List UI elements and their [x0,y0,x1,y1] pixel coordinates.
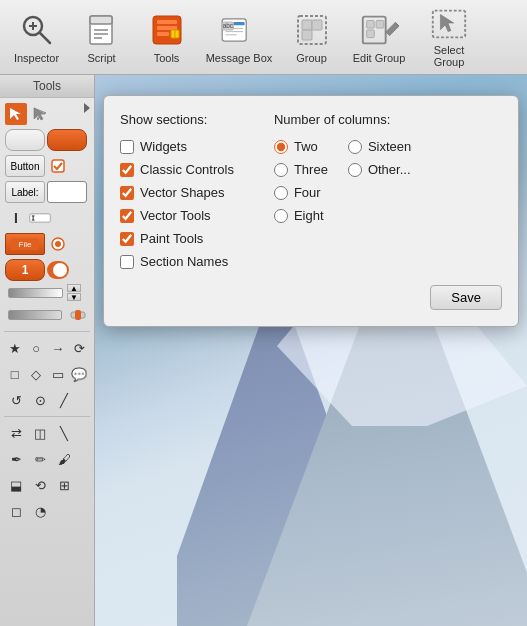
toggle-switch[interactable] [47,261,69,279]
classic-label: Classic Controls [140,162,234,177]
panel-expand-arrow[interactable] [84,103,90,113]
svg-rect-28 [376,20,384,28]
star-tool[interactable]: ★ [5,337,25,359]
tool-row-shapes2: □ ◇ ▭ 💬 [4,362,90,386]
round-tool[interactable]: ◔ [29,500,51,522]
orange-button-tool[interactable] [47,129,87,151]
pen-tool[interactable]: ✒ [5,448,27,470]
two-label: Two [294,139,318,154]
vector-shapes-row: Vector Shapes [120,185,234,200]
radio-tool[interactable] [47,233,69,255]
rect-tool[interactable]: □ [5,363,25,385]
widgets-row: Widgets [120,139,234,154]
speech-tool[interactable]: 💬 [70,363,90,385]
checkbox-tool[interactable] [47,155,69,177]
pencil-tool[interactable]: ✏ [29,448,51,470]
diamond-tool[interactable]: ◇ [27,363,47,385]
button-tool[interactable]: Button [5,155,45,177]
tool-row-edit3: ⬓ ⟲ ⊞ [4,473,90,497]
svg-line-1 [40,33,50,43]
classic-checkbox[interactable] [120,163,134,177]
white-button-tool[interactable] [5,129,45,151]
hslider-tool[interactable] [8,310,62,320]
tool-row-arrows [4,102,90,126]
two-radio[interactable] [274,140,288,154]
arrow-right-tool[interactable]: → [48,337,68,359]
columns-right: Sixteen Other... [348,139,411,223]
group-label: Group [296,52,327,64]
text-field-tool[interactable] [29,207,51,229]
dialog-footer: Save [120,285,502,310]
grid-tool[interactable]: ⊞ [53,474,75,496]
tools-divider [4,331,90,332]
toolbar-editgroup[interactable]: Edit Group [344,2,414,72]
eight-row: Eight [274,208,328,223]
arrow-curves-tool[interactable]: ⟳ [70,337,90,359]
other-radio[interactable] [348,163,362,177]
line2-tool[interactable]: ╲ [53,422,75,444]
toggle-tool[interactable] [47,259,69,281]
tool-row-file: File [4,232,90,256]
four-radio[interactable] [274,186,288,200]
paint-tool[interactable]: 🖌 [53,448,75,470]
stepper-up[interactable]: ▲ [67,284,81,292]
label-tool[interactable]: Label: [5,181,45,203]
svg-marker-32 [440,14,453,31]
input-tool[interactable] [47,181,87,203]
show-sections-title: Show sections: [120,112,234,127]
section-names-checkbox[interactable] [120,255,134,269]
tool-row-label: Label: [4,180,90,204]
eight-radio[interactable] [274,209,288,223]
svg-text:abc: abc [223,22,234,29]
pointer-tool[interactable] [29,103,51,125]
lasso3-tool[interactable]: ⟲ [29,474,51,496]
classic-row: Classic Controls [120,162,234,177]
dialog-content: Show sections: Widgets Classic Controls … [120,112,502,269]
vector-shapes-checkbox[interactable] [120,186,134,200]
select-tool[interactable] [5,103,27,125]
slider-tool[interactable] [8,288,63,298]
eraser-tool[interactable]: ◻ [5,500,27,522]
text-cursor-tool[interactable]: I [5,207,27,229]
widgets-label: Widgets [140,139,187,154]
tool-row-btn-check: Button [4,154,90,178]
number-tool[interactable]: 1 [5,259,45,281]
save-button[interactable]: Save [430,285,502,310]
flip-h-tool[interactable]: ⇄ [5,422,27,444]
lasso-tool[interactable]: ⊙ [29,389,51,411]
four-row: Four [274,185,328,200]
toolbar-script[interactable]: Script [69,2,134,72]
stepper-down[interactable]: ▼ [67,293,81,301]
svg-rect-25 [302,30,312,40]
num-columns-title: Number of columns: [274,112,411,127]
circle-tool[interactable]: ○ [27,337,47,359]
rotate-tool[interactable]: ↺ [5,389,27,411]
toolbar-group[interactable]: Group [279,2,344,72]
selectgroup-label: Select Group [418,44,480,68]
svg-text:File: File [19,240,32,249]
vector-tools-checkbox[interactable] [120,209,134,223]
toolbar-selectgroup[interactable]: Select Group [414,2,484,72]
columns-column: Number of columns: Two Three [274,112,411,269]
widgets-checkbox[interactable] [120,140,134,154]
inspector-icon [17,10,57,50]
tools-divider2 [4,416,90,417]
main-area: Show sections: Widgets Classic Controls … [95,75,527,626]
sections-column: Show sections: Widgets Classic Controls … [120,112,234,269]
file-tool[interactable]: File [5,233,45,255]
paint-tools-checkbox[interactable] [120,232,134,246]
stepper-tool[interactable]: ▲ ▼ [67,284,81,301]
toolbar-tools[interactable]: Tools [134,2,199,72]
line-tool[interactable]: ╱ [53,389,75,411]
crop-tool[interactable]: ⬓ [5,474,27,496]
tool-row-shapes3: ↺ ⊙ ╱ [4,388,90,412]
extra-tool[interactable] [67,304,89,326]
svg-rect-12 [157,32,169,36]
three-radio[interactable] [274,163,288,177]
toolbar-messagebox[interactable]: abc Message Box [199,2,279,72]
selectgroup-icon [429,6,469,42]
rounded-rect-tool[interactable]: ▭ [48,363,68,385]
sixteen-radio[interactable] [348,140,362,154]
toolbar-inspector[interactable]: Inspector [4,2,69,72]
lasso2-tool[interactable]: ◫ [29,422,51,444]
